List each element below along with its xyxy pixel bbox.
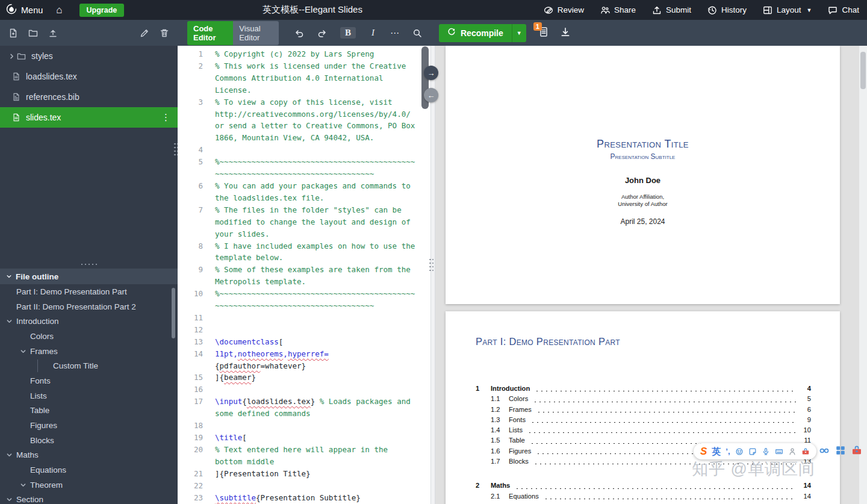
outline-item[interactable]: Part II: Demo Presentation Part 2 (0, 299, 178, 314)
sticker-icon[interactable] (748, 447, 757, 456)
new-file-icon[interactable] (8, 28, 18, 38)
line-number: 19 (178, 432, 203, 444)
outline-item[interactable]: Introduction (0, 314, 178, 329)
emoji-icon[interactable] (735, 447, 744, 456)
code-line[interactable]: 12 (178, 324, 430, 336)
app-grid-icon[interactable] (835, 445, 846, 456)
chevron-down-icon[interactable] (20, 348, 26, 355)
code-line[interactable]: 8% I have included examples on how to us… (178, 240, 430, 264)
outline-item[interactable]: Fonts (0, 373, 178, 388)
file-tree-item[interactable]: styles (0, 46, 178, 66)
search-icon[interactable] (412, 28, 422, 38)
code-line[interactable]: 5%~~~~~~~~~~~~~~~~~~~~~~~~~~~~~~~~~~~~~~… (178, 156, 430, 180)
rename-pencil-icon[interactable] (140, 28, 149, 38)
bold-icon[interactable]: B (340, 27, 356, 39)
code-line[interactable]: 19\title[ (178, 432, 430, 444)
code-editor-tab[interactable]: Code Editor (187, 21, 233, 45)
more-options-icon[interactable]: ⋯ (390, 28, 399, 39)
keyboard-icon[interactable] (775, 447, 783, 456)
chevron-down-icon[interactable] (6, 318, 13, 325)
glasses-icon[interactable] (819, 445, 830, 456)
chevron-down-icon[interactable] (20, 482, 26, 488)
file-menu-kebab-icon[interactable]: ⋮ (161, 112, 170, 123)
file-outline-header[interactable]: File outline (0, 269, 178, 284)
outline-item[interactable]: Maths (0, 448, 178, 463)
chevron-right-icon[interactable] (8, 53, 17, 60)
header-action-submit[interactable]: Submit (652, 5, 691, 15)
code-line[interactable]: 22 (178, 480, 430, 492)
project-title[interactable]: 英文模板--Elegant Slides (263, 4, 362, 16)
outline-item[interactable]: Theorem (0, 478, 178, 493)
code-line[interactable]: 2% This work is licensed under the Creat… (178, 60, 430, 96)
toolbox-icon[interactable] (801, 447, 810, 456)
pdf-scrollbar-thumb[interactable] (860, 52, 866, 89)
download-pdf-icon[interactable] (560, 26, 571, 40)
code-line[interactable]: 1411pt,notheorems,hyperref= {pdfauthor=w… (178, 348, 430, 372)
upgrade-button[interactable]: Upgrade (79, 4, 125, 17)
code-line[interactable]: 21]{Presentation Title} (178, 468, 430, 480)
header-action-history[interactable]: History (707, 5, 747, 15)
outline-item[interactable]: Frames (0, 344, 178, 359)
file-tree-item[interactable]: references.bib (0, 87, 178, 107)
outline-item[interactable]: Section (0, 493, 178, 504)
code-line[interactable]: 13\documentclass[ (178, 336, 430, 348)
outline-item[interactable]: Blocks (0, 433, 178, 448)
handwriting-icon[interactable] (788, 447, 797, 456)
code-line[interactable]: 7% The files in the folder "styles" can … (178, 204, 430, 240)
chevron-down-icon[interactable] (6, 496, 13, 503)
outline-item[interactable]: Table (0, 403, 178, 418)
recompile-button[interactable]: Recompile (439, 24, 512, 42)
expand-editor-button[interactable]: ← (424, 88, 438, 102)
code-line[interactable]: 9% Some of these examples are taken from… (178, 264, 430, 288)
line-number: 13 (178, 336, 203, 348)
header-action-share[interactable]: Share (600, 5, 636, 15)
outline-item[interactable]: Part I: Demo Presentation Part (0, 284, 178, 299)
code-line[interactable]: 23\subtitle{Presentation Subtitle} (178, 492, 430, 504)
divider-grip[interactable] (429, 258, 434, 273)
code-line[interactable]: 15]{beamer} (178, 372, 430, 384)
outline-resize-handle[interactable] (0, 261, 178, 268)
file-tree-item[interactable]: loadslides.tex (0, 66, 178, 87)
outline-item[interactable]: Custom Title (0, 358, 178, 373)
code-line[interactable]: 4 (178, 144, 430, 156)
ime-language-mode[interactable]: 英 (712, 447, 721, 456)
code-line[interactable]: 10%~~~~~~~~~~~~~~~~~~~~~~~~~~~~~~~~~~~~~… (178, 288, 430, 312)
pdf-page-1[interactable]: Presentation Title Presentation Subtitle… (446, 46, 840, 304)
sogou-logo-icon[interactable]: S (700, 446, 707, 456)
menu-button[interactable]: Menu (6, 4, 43, 16)
delete-trash-icon[interactable] (160, 28, 169, 38)
pane-divider[interactable] (430, 46, 435, 504)
outline-item[interactable]: Lists (0, 388, 178, 403)
code-line[interactable]: 3% To view a copy of this license, visit… (178, 96, 430, 145)
upload-icon[interactable] (48, 28, 58, 38)
header-action-review[interactable]: Review (544, 5, 584, 15)
home-button[interactable]: ⌂ (56, 5, 62, 15)
header-action-layout[interactable]: Layout▼ (763, 5, 812, 15)
italic-icon[interactable]: I (369, 27, 377, 39)
expand-pdf-button[interactable]: → (424, 66, 438, 80)
recompile-options-caret[interactable]: ▼ (512, 24, 526, 42)
code-line[interactable]: 11 (178, 312, 430, 324)
ime-punctuation-mode[interactable]: ’, (726, 447, 730, 455)
new-folder-icon[interactable] (28, 28, 38, 38)
header-action-chat[interactable]: Chat (828, 5, 859, 15)
code-line[interactable]: 17\input{loadslides.tex} % Loads package… (178, 396, 430, 420)
code-line[interactable]: 1% Copyright (c) 2022 by Lars Spreng (178, 48, 430, 60)
chevron-down-icon[interactable] (6, 452, 13, 458)
outline-item[interactable]: Equations (0, 462, 178, 478)
toolbox-alt-icon[interactable] (851, 445, 862, 456)
outline-item[interactable]: Figures (0, 418, 178, 433)
code-line[interactable]: 16 (178, 384, 430, 396)
visual-editor-tab[interactable]: Visual Editor (233, 21, 279, 45)
outline-item[interactable]: Colors (0, 329, 178, 344)
mic-icon[interactable] (762, 447, 770, 456)
code-line[interactable]: 20% Text entered here will appear in the… (178, 444, 430, 468)
outline-scrollbar[interactable] (172, 288, 175, 338)
undo-icon[interactable] (294, 28, 304, 38)
logs-button[interactable]: 1 (538, 26, 549, 40)
file-tree-item[interactable]: slides.tex⋮ (0, 107, 178, 128)
code-line[interactable]: 6% You can add your packages and command… (178, 180, 430, 204)
pdf-scrollbar-track[interactable] (859, 46, 867, 504)
redo-icon[interactable] (317, 28, 327, 38)
code-line[interactable]: 18 (178, 420, 430, 432)
